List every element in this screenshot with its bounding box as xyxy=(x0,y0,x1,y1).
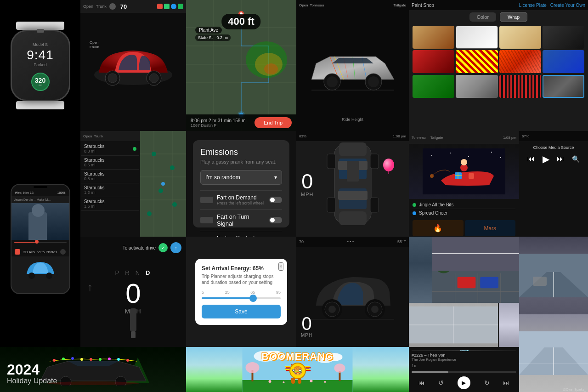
fart-demand-label: Fart on Demand xyxy=(217,194,264,201)
trip-slider-thumb[interactable] xyxy=(249,295,257,302)
paint-thumb-3[interactable] xyxy=(499,26,541,49)
phone-car-view xyxy=(11,256,69,282)
podcast-forward-icon[interactable]: ↻ xyxy=(484,379,490,386)
dropdown-chevron: ▾ xyxy=(274,174,277,181)
trip-planner-popup: × Set Arrival Energy: 65% Trip Planner a… xyxy=(195,259,287,325)
mark-95: 95 xyxy=(276,290,281,295)
activate-blue-btn[interactable]: ↑ xyxy=(170,242,181,253)
svg-point-121 xyxy=(246,362,260,373)
svg-point-80 xyxy=(371,306,379,313)
svg-rect-54 xyxy=(370,154,379,169)
camera-view-top xyxy=(519,237,588,314)
camera-small-cell: @OwenSparks_ xyxy=(519,237,588,392)
phone-device: Wed, Nov 13 100% Jason Derulo – Make M… xyxy=(11,184,70,294)
podcast-info: #2226 – Theo Von The Joe Rogan Experienc… xyxy=(412,351,516,364)
media-play-icon[interactable]: ▶ xyxy=(543,153,549,165)
map-state-st-label: State St 0.2 mi xyxy=(195,34,231,41)
trip-slider-track[interactable] xyxy=(202,297,281,299)
svg-rect-44 xyxy=(339,211,367,225)
fart-signal-icon xyxy=(200,217,213,223)
cam-top-svg xyxy=(519,237,588,314)
dropdown-value: I'm so random xyxy=(205,174,240,181)
mark-25: 25 xyxy=(225,290,230,295)
map-footer: 8:06 pm 2 hr 31 min 158 mi 1067 Dustin P… xyxy=(186,114,296,131)
paint-thumb-5[interactable] xyxy=(413,50,454,73)
phone-battery: 100% xyxy=(57,191,66,194)
svg-point-67 xyxy=(430,174,434,178)
holiday-cell: 2024 Holiday Update xyxy=(0,347,186,392)
podcast-skip-icon[interactable]: ⏭ xyxy=(503,379,509,386)
paint-thumb-7[interactable] xyxy=(499,50,541,73)
podcast-back-icon[interactable]: ⏮ xyxy=(418,379,425,386)
paint-grid-2 xyxy=(409,75,588,100)
media-prev-icon[interactable]: ⏮ xyxy=(527,155,535,163)
podcast-play-button[interactable]: ▶ xyxy=(458,376,470,389)
svg-rect-56 xyxy=(370,198,379,212)
paint-thumb-2[interactable] xyxy=(456,26,498,49)
paint-thumb-10[interactable] xyxy=(456,75,498,98)
speed-up-arrow[interactable]: ↑ xyxy=(87,281,93,294)
svg-rect-51 xyxy=(347,191,359,200)
svg-point-57 xyxy=(383,159,394,171)
watch-status: Parked xyxy=(34,62,47,67)
watch-speed-number: 320 xyxy=(35,77,45,84)
d-indicator: D xyxy=(146,269,151,276)
podcast-rewind-icon[interactable]: ↺ xyxy=(438,379,444,386)
trip-save-button[interactable]: Save xyxy=(202,305,281,318)
svg-point-106 xyxy=(90,358,92,361)
drive-cell: P R N D 0 MPH To activate drive ✓ ↑ ↑ xyxy=(80,237,186,347)
ride-height-label: Ride Height xyxy=(342,117,363,122)
svg-point-4 xyxy=(149,74,158,83)
map-cell: Profile 5:15 pm 72°F xyxy=(186,0,296,131)
paint-thumb-1[interactable] xyxy=(413,26,454,49)
paint-thumb-6[interactable] xyxy=(456,50,498,73)
paint-thumb-4[interactable] xyxy=(543,26,584,49)
trip-planner-cell: × Set Arrival Energy: 65% Trip Planner a… xyxy=(186,237,296,347)
phone-3d-label: 3D Around to Photos xyxy=(23,250,57,254)
fart-demand-toggle[interactable] xyxy=(269,197,282,203)
starbucks-item-1[interactable]: Starbucks 0.3 mi xyxy=(81,142,139,156)
starbucks-item-5[interactable]: Starbucks 1.5 mi xyxy=(81,197,139,211)
holiday-subtitle-label: Holiday Update xyxy=(7,377,57,385)
color-tab[interactable]: Color xyxy=(469,12,496,22)
paint-thumb-11[interactable] xyxy=(499,75,541,98)
emissions-dropdown[interactable]: I'm so random ▾ xyxy=(200,170,282,185)
game-cell: BOOMERANG =FU= 🍔 xyxy=(186,347,409,392)
paint-thumb-9[interactable] xyxy=(413,75,454,98)
wrap-tab[interactable]: Wrap xyxy=(500,12,527,22)
emissions-subtitle: Play a gassy prank from any seat. xyxy=(200,159,282,165)
starbucks-item-3[interactable]: Starbucks 0.8 mi xyxy=(81,170,139,183)
more-items-grid: 🔥 Mars 🕺 xyxy=(409,219,519,237)
car-topdown-svg xyxy=(325,136,380,232)
paint-thumb-12-selected[interactable] xyxy=(543,75,584,98)
svg-rect-72 xyxy=(130,308,136,331)
game-characters: 🍔 xyxy=(288,361,307,384)
svg-point-61 xyxy=(450,153,451,153)
media-next-icon[interactable]: ⏭ xyxy=(557,155,564,163)
trip-planner-title: Set Arrival Energy: 65% xyxy=(202,265,281,272)
phone-cell: Wed, Nov 13 100% Jason Derulo – Make M… xyxy=(0,131,80,347)
podcast-progress-bar[interactable] xyxy=(412,371,516,373)
fart-demand-sub: Press the left scroll wheel xyxy=(217,201,264,205)
media-search-icon[interactable]: 🔍 xyxy=(572,155,580,163)
camera-bl-svg xyxy=(409,303,498,347)
svg-point-37 xyxy=(170,165,175,170)
campfire-tile[interactable]: 🔥 xyxy=(413,220,464,236)
fart-signal-toggle[interactable] xyxy=(269,217,282,223)
character-main: 🍔 xyxy=(288,361,307,384)
end-trip-button[interactable]: End Trip xyxy=(254,117,292,128)
starbucks-item-4[interactable]: Starbucks 1.2 mi xyxy=(81,183,139,197)
santa-nav-bar: Tonneau Tailgate 1:08 pm xyxy=(409,131,519,144)
paintshop-cell: Paint Shop License Plate Create Your Own… xyxy=(409,0,588,131)
starbucks-item-2[interactable]: Starbucks 0.5 mi xyxy=(81,156,139,170)
paint-thumb-8[interactable] xyxy=(543,50,584,73)
svg-point-38 xyxy=(158,188,163,193)
media-source-title: Choose Media Source xyxy=(522,145,585,150)
mars-tile[interactable]: Mars xyxy=(465,220,516,236)
car-top-view-cell: 63% 1:08 pm xyxy=(296,131,409,237)
tonneau-label: Tonneau xyxy=(310,3,324,7)
watch-time-display: 9:41 xyxy=(27,48,54,62)
holiday-text: 2024 Holiday Update xyxy=(7,362,57,385)
trip-close-button[interactable]: × xyxy=(278,262,283,271)
svg-rect-90 xyxy=(480,277,498,288)
